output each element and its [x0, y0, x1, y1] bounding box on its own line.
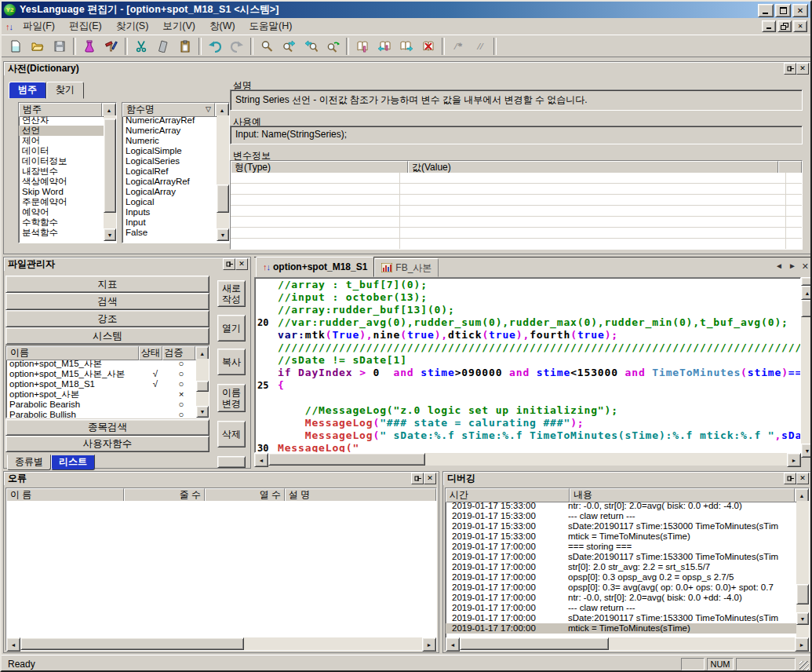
scrollbar-thumb[interactable]: [268, 453, 425, 466]
mdi-restore-button[interactable]: [777, 20, 792, 32]
find-prev-button[interactable]: [300, 37, 321, 56]
highlight-category-button[interactable]: 강조: [5, 310, 209, 327]
list-item[interactable]: 분석함수: [19, 228, 104, 238]
close-icon[interactable]: ✕: [796, 63, 809, 75]
file-row[interactable]: option+spot_M15_사본○: [6, 359, 196, 369]
scroll-left-icon[interactable]: ◄: [446, 637, 460, 652]
scroll-down-icon[interactable]: ▼: [796, 612, 809, 625]
list-item[interactable]: False: [122, 228, 217, 238]
list-item[interactable]: NumericArrayRef: [122, 115, 217, 126]
pin-icon[interactable]: [411, 473, 424, 484]
menu-window[interactable]: 창(W): [202, 18, 242, 35]
find-next-button[interactable]: [279, 37, 299, 56]
debug-row[interactable]: 2019-01-17 15:33:00mtick = TimeToMinutes…: [446, 531, 796, 542]
scrollbar-thumb[interactable]: [801, 300, 812, 317]
comment-block-button[interactable]: /*: [448, 37, 468, 56]
tab-scroll-left-icon[interactable]: ◄: [775, 261, 783, 272]
close-icon[interactable]: ✕: [424, 473, 436, 484]
file-row[interactable]: option+spot_M18_S1√○: [6, 379, 196, 389]
scroll-right-icon[interactable]: ►: [795, 637, 809, 652]
mdi-close-button[interactable]: ✕: [793, 20, 807, 32]
symbol-search-button[interactable]: 종목검색: [5, 419, 209, 436]
delete-script-button[interactable]: 삭제: [217, 421, 246, 447]
scroll-down-icon[interactable]: ▼: [104, 228, 116, 241]
list-item[interactable]: Skip Word: [19, 187, 104, 197]
tab-scroll-right-icon[interactable]: ►: [788, 261, 796, 272]
list-item[interactable]: 제어: [19, 136, 104, 146]
list-item[interactable]: 데이터: [19, 146, 104, 156]
scroll-right-icon[interactable]: ►: [787, 453, 801, 467]
scrollbar-thumb[interactable]: [460, 637, 609, 650]
file-row[interactable]: Parabolic Bullish○: [6, 410, 196, 418]
list-item[interactable]: Logical: [122, 197, 217, 207]
menu-view[interactable]: 보기(V): [155, 18, 202, 35]
bookmark-delete-button[interactable]: [418, 37, 439, 56]
save-file-button[interactable]: [49, 37, 70, 56]
file-row[interactable]: option+spot_M15_사본_사본√○: [6, 369, 196, 379]
scroll-left-icon[interactable]: ◄: [254, 453, 268, 467]
menu-find[interactable]: 찾기(S): [109, 18, 156, 35]
list-item[interactable]: 수학함수: [19, 217, 104, 228]
debug-row[interactable]: 2019-01-17 17:00:00 sDate:20190117 sTime…: [446, 552, 796, 562]
debug-row[interactable]: 2019-01-17 15:33:00 sDate:20190117 sTime…: [446, 521, 796, 531]
menu-file[interactable]: 파일(F): [16, 18, 62, 35]
debug-row[interactable]: 2019-01-17 17:00:00 sDate:20190117 sTime…: [446, 613, 796, 623]
indicator-category-button[interactable]: 지표: [5, 276, 209, 293]
pin-icon[interactable]: [784, 473, 796, 484]
title-bar[interactable]: Y2 YesLanguage 편집기 - [option+spot_M18_S1…: [2, 2, 810, 18]
debug-row[interactable]: 2019-01-17 15:33:00ntr: -0.0, str[0]: 2.…: [446, 501, 796, 511]
list-item[interactable]: LogicalSimple: [122, 146, 217, 156]
file-row[interactable]: option+spot_사본×: [6, 389, 196, 400]
list-item[interactable]: 데이터정보: [19, 156, 104, 166]
scrollbar-thumb[interactable]: [104, 119, 116, 213]
copy-button[interactable]: [153, 37, 173, 56]
user-function-button[interactable]: 사용자함수: [5, 436, 209, 452]
editor-tab-inactive[interactable]: FB_사본: [374, 258, 439, 277]
close-icon[interactable]: ✕: [235, 258, 248, 270]
rename-script-button[interactable]: 이름변경: [217, 384, 246, 412]
scroll-right-icon[interactable]: ►: [422, 637, 436, 652]
scrollbar-thumb[interactable]: [796, 584, 809, 604]
list-item[interactable]: Inputs: [122, 207, 217, 217]
bookmark-next-button[interactable]: [396, 37, 417, 56]
find-button[interactable]: [257, 37, 277, 56]
tab-close-icon[interactable]: ✕: [802, 261, 809, 272]
comment-line-button[interactable]: //: [470, 37, 490, 56]
redo-button[interactable]: [227, 37, 247, 56]
dictionary-tab-search[interactable]: 찾기: [46, 82, 84, 99]
open-file-button[interactable]: [27, 37, 48, 56]
debug-row[interactable]: 2019-01-17 17:00:00str[0]: 2.0 str_avg: …: [446, 562, 796, 572]
file-row[interactable]: Parabolic Bearish○: [6, 400, 196, 410]
maximize-button[interactable]: [775, 4, 791, 17]
pin-icon[interactable]: [223, 258, 235, 270]
scroll-down-icon[interactable]: ▼: [801, 444, 812, 458]
new-script-button[interactable]: 새로작성: [217, 280, 246, 307]
list-item[interactable]: 색상예약어: [19, 177, 104, 187]
undo-button[interactable]: [205, 37, 225, 56]
resize-grip[interactable]: [799, 661, 809, 670]
close-icon[interactable]: ✕: [796, 473, 809, 484]
tab-category-label[interactable]: 범주: [9, 82, 46, 99]
menu-help[interactable]: 도움말(H): [242, 18, 300, 35]
splitter-handle[interactable]: [801, 277, 812, 286]
cut-button[interactable]: [131, 37, 151, 56]
dictionary-book-button[interactable]: [352, 37, 373, 56]
pin-icon[interactable]: [784, 63, 796, 75]
tools-button[interactable]: [101, 37, 122, 56]
list-item[interactable]: 예약어: [19, 207, 104, 217]
bookmark-prev-button[interactable]: [374, 37, 395, 56]
scroll-left-icon[interactable]: ◄: [6, 637, 20, 652]
debug-row[interactable]: 2019-01-17 17:00:00opsp[0]: 0.3 opsp_avg…: [446, 572, 796, 583]
open-script-button[interactable]: 열기: [217, 315, 246, 341]
mdi-minimize-button[interactable]: [762, 20, 776, 32]
scroll-down-icon[interactable]: ▼: [217, 228, 229, 241]
list-item-selected[interactable]: 선언: [19, 126, 104, 136]
list-item[interactable]: Numeric: [122, 136, 217, 146]
debug-row[interactable]: 2019-01-17 17:00:00opsp[0]: 0.3= avg(avg…: [446, 583, 796, 593]
debug-row[interactable]: 2019-01-17 15:33:00--- claw return ---: [446, 511, 796, 521]
find-cycle-button[interactable]: [322, 37, 343, 56]
new-file-button[interactable]: [5, 37, 26, 56]
editor-tab-active[interactable]: ↑↓ option+spot_M18_S1: [256, 257, 374, 277]
search-category-button[interactable]: 검색: [5, 293, 209, 310]
list-item[interactable]: 내장변수: [19, 166, 104, 177]
